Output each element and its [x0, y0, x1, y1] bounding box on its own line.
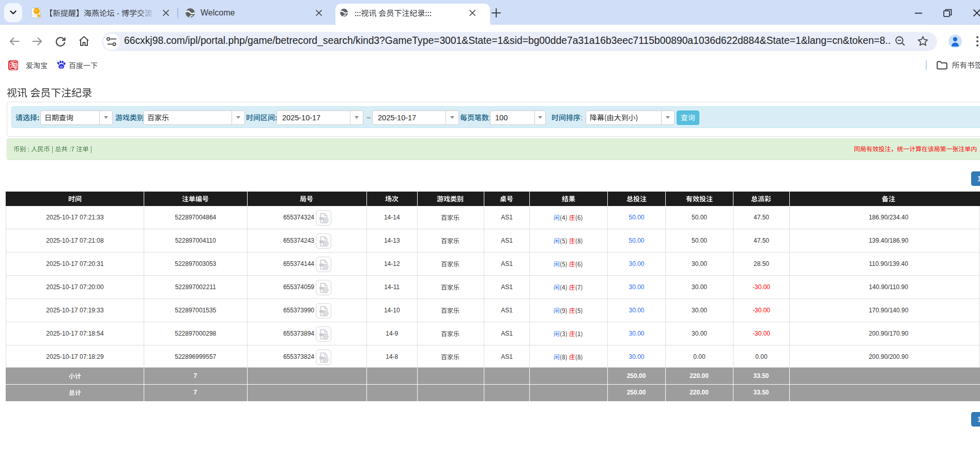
svg-text:du: du — [59, 65, 63, 68]
